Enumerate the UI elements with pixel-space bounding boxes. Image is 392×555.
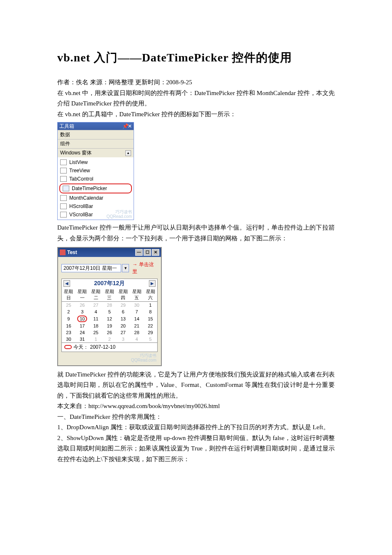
close-button[interactable]: ✕ xyxy=(152,249,159,256)
calendar-day[interactable]: 20 xyxy=(116,323,130,329)
calendar-day[interactable]: 25 xyxy=(89,329,103,336)
weekday-header: 星期三 xyxy=(103,288,117,302)
toolbox-item-label: TreeView xyxy=(69,168,90,174)
calendar-day[interactable]: 4 xyxy=(89,308,103,315)
section-heading: 一、DateTimePicker 控件的常用属性： xyxy=(57,412,335,423)
calendar-day[interactable]: 29 xyxy=(116,302,130,308)
calendar-day[interactable]: 26 xyxy=(103,329,117,336)
toolbox-section-components[interactable]: 组件 xyxy=(58,139,134,148)
hscrollbar-icon xyxy=(60,203,67,209)
listview-icon xyxy=(60,159,67,165)
weekday-header: 星期二 xyxy=(89,288,103,302)
calendar-day[interactable]: 1 xyxy=(144,302,157,308)
calendar-day[interactable]: 23 xyxy=(62,329,75,336)
intro-paragraph-2: 在 vb.net 的工具箱中，DateTimePicker 控件的图标如下图一所… xyxy=(57,109,335,120)
calendar-day[interactable]: 11 xyxy=(89,315,103,323)
toolbox-item-label: ListView xyxy=(69,159,88,165)
calendar-day[interactable]: 5 xyxy=(144,336,157,342)
pin-icon[interactable]: 📌 xyxy=(122,123,127,129)
prev-month-button[interactable]: ◀ xyxy=(63,280,70,287)
close-icon[interactable]: ✕ xyxy=(128,123,132,129)
calendar-day[interactable]: 8 xyxy=(144,308,157,315)
calendar-day[interactable]: 15 xyxy=(144,315,157,323)
prop-1: 1、DropDownAlign 属性：获取或设置日期/时间选择器控件上的下拉日历… xyxy=(57,422,335,433)
toolbox-section-data[interactable]: 数据 xyxy=(58,130,134,139)
monthcalendar-icon xyxy=(60,195,67,201)
toolbox-item-listview[interactable]: ListView xyxy=(58,158,134,166)
toolbox-section-winforms-label: Windows 窗体 xyxy=(60,149,92,156)
calendar-day[interactable]: 12 xyxy=(103,315,117,323)
arrow-icon: → xyxy=(132,262,137,267)
calendar-day[interactable]: 21 xyxy=(130,323,144,329)
datetimepicker-field[interactable]: 2007年12月10日 星期一 xyxy=(61,264,121,272)
toolbox-item-datetimepicker[interactable]: DateTimePicker xyxy=(59,183,132,193)
intro-paragraph-1: 在 vb.net 中，用来设置日期和时间的控件有两个：DateTimePicke… xyxy=(57,88,335,109)
calendar-day[interactable]: 5 xyxy=(103,308,117,315)
calendar-grid: 星期日星期一星期二星期三星期四星期五星期六 252627282930123456… xyxy=(62,288,157,342)
calendar-day[interactable]: 27 xyxy=(89,302,103,308)
toolbox-item-treeview[interactable]: TreeView xyxy=(58,166,134,175)
calendar-day[interactable]: 24 xyxy=(75,329,89,336)
toolbox-item-hscrollbar[interactable]: HScrollBar xyxy=(58,202,134,210)
calendar-day[interactable]: 13 xyxy=(116,315,130,323)
calendar-day[interactable]: 31 xyxy=(75,336,89,342)
tabcontrol-icon xyxy=(60,176,67,182)
toolbox-item-label: HScrollBar xyxy=(69,203,93,209)
calendar-day[interactable]: 9 xyxy=(62,315,75,323)
paragraph-3: DateTimePicker 控件一般用于让用户可以从日期列表中选择单个值。运行… xyxy=(57,222,335,244)
vscrollbar-icon xyxy=(60,212,67,218)
dropdown-button[interactable]: ▼ xyxy=(122,264,129,272)
calendar-day[interactable]: 2 xyxy=(103,336,117,342)
window-title: Test xyxy=(67,249,77,255)
weekday-header: 星期日 xyxy=(62,288,75,302)
calendar-day[interactable]: 28 xyxy=(103,302,117,308)
calendar-day[interactable]: 10 xyxy=(75,315,89,323)
datetimepicker-icon xyxy=(63,186,69,191)
toolbox-item-tabcontrol[interactable]: TabControl xyxy=(58,175,134,183)
calendar-day[interactable]: 2 xyxy=(62,308,75,315)
calendar-day[interactable]: 29 xyxy=(144,329,157,336)
calendar-day[interactable]: 26 xyxy=(75,302,89,308)
calendar-day[interactable]: 14 xyxy=(130,315,144,323)
calendar-day[interactable]: 25 xyxy=(62,302,75,308)
today-marker-icon xyxy=(64,345,72,349)
weekday-header: 星期六 xyxy=(144,288,157,302)
calendar-day[interactable]: 30 xyxy=(130,302,144,308)
calendar-day[interactable]: 27 xyxy=(116,329,130,336)
calendar-today-footer[interactable]: 今天： 2007-12-10 xyxy=(62,342,157,352)
calendar-day[interactable]: 1 xyxy=(89,336,103,342)
weekday-header: 星期五 xyxy=(130,288,144,302)
calendar-day[interactable]: 3 xyxy=(75,308,89,315)
scroll-up-icon[interactable]: ▲ xyxy=(125,150,131,156)
calendar-day[interactable]: 16 xyxy=(62,323,75,329)
maximize-button[interactable]: ☐ xyxy=(144,249,151,256)
paragraph-4: 就 DateTimePicker 控件的功能来说，它是为了让用户方便地按我们预先… xyxy=(57,369,335,401)
next-month-button[interactable]: ▶ xyxy=(149,280,156,287)
treeview-icon xyxy=(60,168,67,174)
today-label: 今天： xyxy=(73,344,88,351)
toolbox-panel: 工具箱 📌 ✕ 数据 组件 Windows 窗体 ▲ ListViewTreeV… xyxy=(57,122,134,220)
calendar-day[interactable]: 17 xyxy=(75,323,89,329)
calendar-day[interactable]: 18 xyxy=(89,323,103,329)
toolbox-item-label: DateTimePicker xyxy=(72,186,107,191)
calendar-day[interactable]: 3 xyxy=(116,336,130,342)
calendar-day[interactable]: 6 xyxy=(116,308,130,315)
minimize-button[interactable]: — xyxy=(135,249,143,256)
calendar-day[interactable]: 22 xyxy=(144,323,157,329)
toolbox-item-label: VScrollBar xyxy=(69,212,93,218)
weekday-header: 星期一 xyxy=(75,288,89,302)
calendar-day[interactable]: 7 xyxy=(130,308,144,315)
test-window: Test — ☐ ✕ 2007年12月10日 星期一 ▼ → 单击这里 ◀ 20… xyxy=(57,247,162,366)
calendar-day[interactable]: 28 xyxy=(130,329,144,336)
article-title: vb.net 入门——DateTimePicker 控件的使用 xyxy=(57,50,335,66)
toolbox-section-winforms[interactable]: Windows 窗体 ▲ xyxy=(58,148,134,157)
toolbox-item-monthcalendar[interactable]: MonthCalendar xyxy=(58,194,134,202)
calendar-day[interactable]: 4 xyxy=(130,336,144,342)
calendar-day[interactable]: 19 xyxy=(103,323,117,329)
toolbox-title: 工具箱 xyxy=(59,123,74,130)
app-icon xyxy=(60,249,66,255)
calendar-day[interactable]: 30 xyxy=(62,336,75,342)
today-date: 2007-12-10 xyxy=(90,344,115,350)
meta-line: 作者：佚名 来源：网络整理 更新时间：2008-9-25 xyxy=(57,77,335,88)
toolbox-item-vscrollbar[interactable]: VScrollBar xyxy=(58,210,134,219)
